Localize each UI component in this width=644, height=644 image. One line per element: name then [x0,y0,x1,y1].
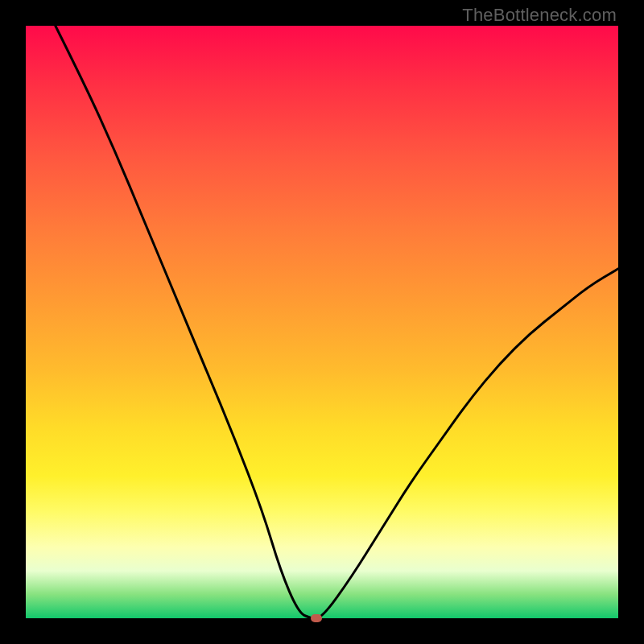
bottleneck-curve [26,26,618,618]
plot-area [26,26,618,618]
watermark-text: TheBottleneck.com [462,5,617,26]
chart-frame: TheBottleneck.com [0,0,644,644]
minimum-marker [311,614,322,622]
